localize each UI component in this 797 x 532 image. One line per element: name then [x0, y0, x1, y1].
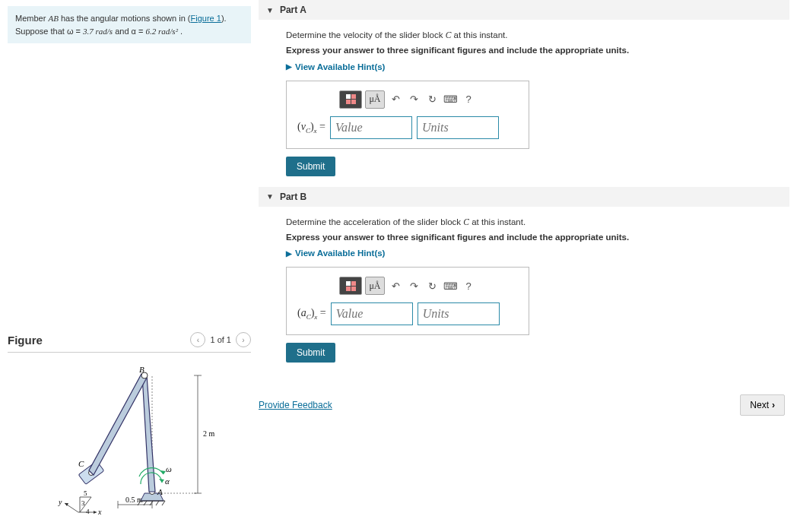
figure-next-button[interactable]: ›	[236, 332, 251, 347]
part-a-variable-label: (vC)x =	[297, 121, 325, 135]
label-3: 3	[81, 499, 85, 507]
templates-button[interactable]	[339, 277, 362, 295]
alpha-value: 6.2 rad/s²	[146, 27, 178, 36]
label-05m: 0.5 m	[125, 496, 143, 504]
reset-icon[interactable]: ↻	[424, 278, 440, 293]
part-b-value-input[interactable]	[331, 302, 413, 325]
label-a: A	[157, 487, 163, 496]
part-a-title: Part A	[280, 5, 306, 15]
text: has the angular motions shown in (	[59, 14, 191, 23]
templates-button[interactable]	[339, 90, 362, 109]
svg-marker-22	[160, 470, 166, 474]
part-a-units-input[interactable]	[417, 116, 499, 139]
part-b-prompt: Determine the acceleration of the slider…	[286, 217, 782, 226]
svg-marker-26	[94, 511, 97, 514]
svg-marker-28	[65, 503, 68, 506]
help-icon[interactable]: ?	[461, 92, 476, 107]
symbols-button[interactable]: μÅ	[365, 90, 385, 109]
part-a-answer-box: μÅ ↶ ↷ ↻ ⌨ ? (vC)x =	[286, 81, 529, 149]
label-omega: ω	[166, 464, 172, 473]
part-a-toolbar: μÅ ↶ ↷ ↻ ⌨ ?	[297, 90, 518, 109]
part-b-instructions: Express your answer to three significant…	[286, 233, 782, 242]
caret-down-icon: ▼	[266, 6, 274, 14]
svg-marker-23	[159, 479, 164, 483]
part-a-body: Determine the velocity of the slider blo…	[259, 20, 789, 187]
part-b-hints-toggle[interactable]: ▶ View Available Hint(s)	[286, 249, 385, 258]
label-4: 4	[86, 508, 90, 515]
part-b-body: Determine the acceleration of the slider…	[259, 207, 789, 374]
svg-marker-19	[142, 375, 155, 492]
undo-icon[interactable]: ↶	[388, 278, 403, 293]
figure-image: 2 m 0.5 m C A B	[8, 360, 251, 524]
figure-nav: ‹ 1 of 1 ›	[190, 332, 251, 347]
part-a-submit-button[interactable]: Submit	[286, 157, 335, 176]
figure-counter: 1 of 1	[210, 335, 231, 344]
chevron-right-icon: ›	[772, 400, 775, 410]
next-button[interactable]: Next ›	[740, 394, 785, 416]
part-a-hints-toggle[interactable]: ▶ View Available Hint(s)	[286, 62, 385, 71]
label-x: x	[97, 508, 102, 516]
part-b-answer-box: μÅ ↶ ↷ ↻ ⌨ ? (aC)x =	[286, 267, 529, 335]
part-b-variable-label: (aC)x =	[297, 307, 326, 321]
text: ).	[221, 14, 227, 23]
svg-line-17	[162, 501, 165, 505]
reset-icon[interactable]: ↻	[424, 92, 440, 107]
part-b-submit-button[interactable]: Submit	[286, 343, 335, 363]
redo-icon[interactable]: ↷	[406, 92, 421, 107]
variable-ab: AB	[48, 14, 58, 23]
figure-link[interactable]: Figure 1	[191, 14, 221, 23]
provide-feedback-link[interactable]: Provide Feedback	[259, 400, 332, 410]
triangle-right-icon: ▶	[286, 249, 292, 258]
label-c: C	[78, 459, 84, 468]
part-b-title: Part B	[280, 192, 306, 202]
keyboard-icon[interactable]: ⌨	[443, 278, 458, 293]
label-b: B	[139, 365, 144, 374]
label-5: 5	[84, 489, 87, 497]
part-b-toolbar: μÅ ↶ ↷ ↻ ⌨ ?	[297, 277, 518, 295]
part-a-header[interactable]: ▼ Part A	[259, 0, 789, 20]
redo-icon[interactable]: ↷	[406, 278, 421, 293]
part-b-units-input[interactable]	[418, 302, 500, 325]
text: Member	[15, 14, 48, 23]
text: Suppose that ω =	[15, 27, 83, 36]
keyboard-icon[interactable]: ⌨	[443, 92, 458, 107]
figure-panel: Figure ‹ 1 of 1 › 2 m	[8, 332, 251, 524]
figure-title: Figure	[8, 334, 43, 347]
triangle-right-icon: ▶	[286, 62, 292, 71]
symbols-button[interactable]: μÅ	[365, 277, 385, 295]
part-a-prompt: Determine the velocity of the slider blo…	[286, 30, 782, 40]
part-a-value-input[interactable]	[330, 116, 412, 139]
label-2m: 2 m	[203, 429, 215, 438]
svg-line-16	[156, 501, 159, 505]
text: .	[178, 27, 183, 36]
label-y: y	[58, 498, 62, 506]
label-alpha: α	[165, 477, 170, 486]
figure-prev-button[interactable]: ‹	[190, 332, 205, 347]
problem-statement: Member AB has the angular motions shown …	[8, 6, 251, 43]
omega-value: 3.7 rad/s	[83, 27, 113, 36]
help-icon[interactable]: ?	[461, 278, 476, 293]
text: and α =	[113, 27, 145, 36]
caret-down-icon: ▼	[266, 192, 274, 201]
part-b-header[interactable]: ▼ Part B	[259, 187, 789, 207]
part-a-instructions: Express your answer to three significant…	[286, 46, 782, 55]
undo-icon[interactable]: ↶	[388, 92, 403, 107]
svg-marker-20	[89, 374, 147, 475]
